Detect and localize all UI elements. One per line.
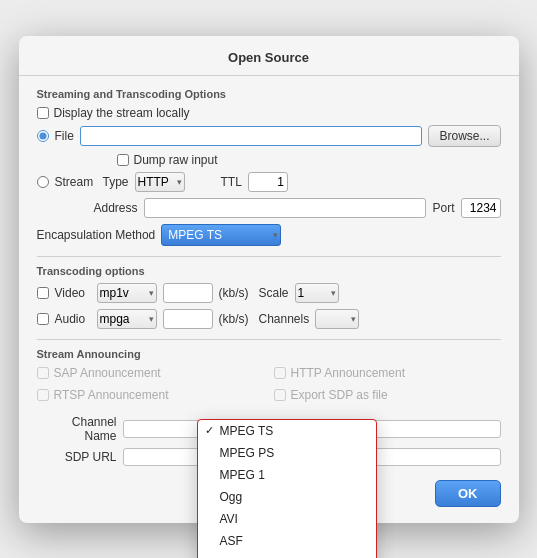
type-select-wrapper: HTTP RTSP RTP [135,172,185,192]
channel-name-label: Channel Name [37,415,117,443]
transcoding-section-title: Transcoding options [37,265,501,277]
dropdown-item-ogg[interactable]: Ogg [198,486,376,508]
file-label: File [55,129,74,143]
dropdown-item-mpeg1[interactable]: MPEG 1 [198,464,376,486]
stream-label: Stream [55,175,97,189]
encap-select[interactable]: MPEG TS [161,224,281,246]
audio-kbs-label: (kb/s) [219,312,249,326]
dump-raw-checkbox[interactable] [117,154,129,166]
announcing-section-title: Stream Announcing [37,348,501,360]
dump-raw-row: Dump raw input [37,153,501,167]
display-stream-checkbox[interactable] [37,107,49,119]
type-select[interactable]: HTTP RTSP RTP [135,172,185,192]
sdp-url-label: SDP URL [37,450,117,464]
open-source-dialog: Open Source Streaming and Transcoding Op… [19,36,519,523]
dialog-title: Open Source [19,36,519,76]
encap-dropdown: MPEG TS MPEG PS MPEG 1 Ogg AVI ASF MPEG … [197,419,377,559]
audio-codec-wrapper: mpga [97,309,157,329]
dump-raw-label: Dump raw input [134,153,218,167]
ttl-label: TTL [221,175,242,189]
dropdown-item-mpegts[interactable]: MPEG TS [198,420,376,442]
rtsp-checkbox[interactable] [37,389,49,401]
export-sdp-checkbox[interactable] [274,389,286,401]
scale-label: Scale [259,286,289,300]
divider-1 [37,256,501,257]
type-label: Type [103,175,129,189]
channels-select[interactable] [315,309,359,329]
export-sdp-label: Export SDP as file [291,388,388,402]
audio-label: Audio [55,312,91,326]
encap-select-wrapper: MPEG TS [161,224,281,246]
channels-wrapper [315,309,359,329]
streaming-section-title: Streaming and Transcoding Options [37,88,501,100]
rtsp-row: RTSP Announcement [37,388,264,402]
video-label: Video [55,286,91,300]
file-row: File Browse... [37,125,501,147]
stream-radio[interactable] [37,176,49,188]
audio-row: Audio mpga (kb/s) Channels [37,309,501,329]
address-row: Address Port [37,198,501,218]
dropdown-item-asf[interactable]: ASF [198,530,376,552]
ttl-input[interactable] [248,172,288,192]
port-label: Port [432,201,454,215]
video-bitrate-input[interactable] [163,283,213,303]
encap-label: Encapsulation Method [37,228,156,242]
ok-button[interactable]: OK [435,480,501,507]
encapsulation-row: Encapsulation Method MPEG TS MPEG TS MPE… [37,224,501,246]
http-announce-label: HTTP Announcement [291,366,406,380]
video-row: Video mp1v (kb/s) Scale 1 [37,283,501,303]
http-announce-row: HTTP Announcement [274,366,501,380]
port-input[interactable] [461,198,501,218]
scale-wrapper: 1 [295,283,339,303]
video-checkbox[interactable] [37,287,49,299]
sap-row: SAP Announcement [37,366,264,380]
video-codec-wrapper: mp1v [97,283,157,303]
announce-options-grid: SAP Announcement HTTP Announcement RTSP … [37,366,501,407]
audio-bitrate-input[interactable] [163,309,213,329]
address-label: Address [94,201,138,215]
audio-checkbox[interactable] [37,313,49,325]
file-radio[interactable] [37,130,49,142]
dropdown-item-avi[interactable]: AVI [198,508,376,530]
dropdown-item-mpeg4[interactable]: MPEG 4 [198,552,376,559]
dropdown-item-mpegps[interactable]: MPEG PS [198,442,376,464]
scale-select[interactable]: 1 [295,283,339,303]
browse-button[interactable]: Browse... [428,125,500,147]
file-input[interactable] [80,126,423,146]
transcoding-section: Transcoding options Video mp1v (kb/s) Sc… [19,265,519,329]
divider-2 [37,339,501,340]
sap-label: SAP Announcement [54,366,161,380]
video-kbs-label: (kb/s) [219,286,249,300]
rtsp-label: RTSP Announcement [54,388,169,402]
stream-row: Stream Type HTTP RTSP RTP TTL [37,172,501,192]
address-input[interactable] [144,198,427,218]
display-stream-row: Display the stream locally [37,106,501,120]
video-codec-select[interactable]: mp1v [97,283,157,303]
display-stream-label: Display the stream locally [54,106,190,120]
sap-checkbox[interactable] [37,367,49,379]
audio-codec-select[interactable]: mpga [97,309,157,329]
channels-label: Channels [259,312,310,326]
http-announce-checkbox[interactable] [274,367,286,379]
export-sdp-row: Export SDP as file [274,388,501,402]
